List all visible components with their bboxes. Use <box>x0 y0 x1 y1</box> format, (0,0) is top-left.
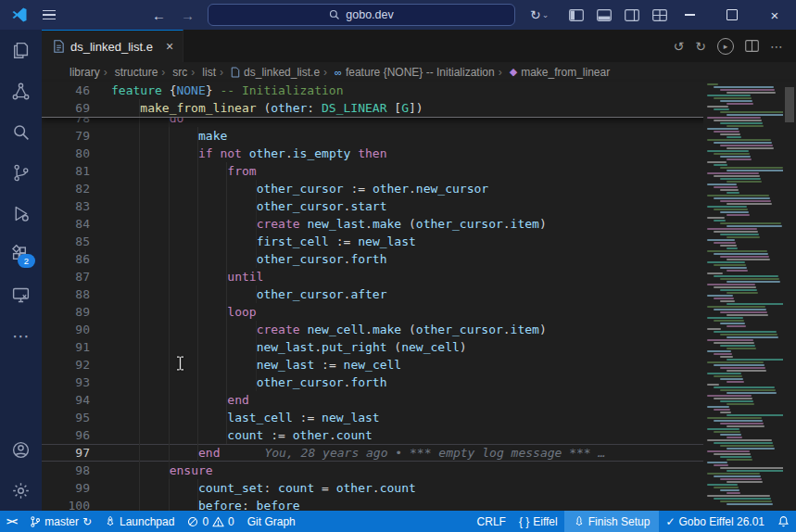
minimap-line <box>720 445 774 447</box>
code-line[interactable]: 87until <box>42 268 796 285</box>
close-tab-icon[interactable]: × <box>166 39 173 54</box>
finish-setup-button[interactable]: Finish Setup <box>564 511 660 532</box>
close-button[interactable]: × <box>753 0 796 30</box>
line-number: 69 <box>42 99 111 117</box>
code-line[interactable]: 86other_cursor.forth <box>42 250 796 268</box>
minimap-line <box>707 284 755 285</box>
minimap-line <box>720 456 752 458</box>
toggle-primary-sidebar-icon[interactable] <box>569 9 584 21</box>
code-line[interactable]: 100before: before <box>42 497 796 511</box>
scrollbar-thumb[interactable] <box>785 87 794 122</box>
problems-status[interactable]: 0 0 <box>181 511 240 532</box>
gobo-eiffel-status[interactable]: ✓ Gobo Eiffel 26.01 <box>659 511 771 532</box>
minimap-line <box>720 334 777 336</box>
session-sync-icon[interactable]: ↻⌄ <box>530 7 549 22</box>
branch-status[interactable]: master ↻ <box>23 511 98 532</box>
navigate-forward-icon[interactable]: ↻ <box>695 39 706 54</box>
code-line[interactable]: 99count_set: count = other.count <box>42 479 796 497</box>
code-line[interactable]: 84create new_last.make (other_cursor.ite… <box>42 215 796 233</box>
minimap-line <box>707 117 761 119</box>
code-line[interactable]: 92new_last := new_cell <box>42 356 796 374</box>
customize-layout-icon[interactable] <box>652 9 667 21</box>
code-editor[interactable]: 78do79make80if not other.is_empty then81… <box>42 118 796 511</box>
code-line[interactable]: 90create new_cell.make (other_cursor.ite… <box>42 321 796 338</box>
sticky-line[interactable]: 46feature {NONE} -- Initialization <box>42 82 796 99</box>
launchpad-status[interactable]: Launchpad <box>98 511 181 532</box>
command-center-search[interactable]: gobo.dev <box>208 4 515 26</box>
vertical-scrollbar[interactable] <box>783 82 796 511</box>
minimap-line <box>714 108 729 110</box>
minimap-line <box>720 389 776 391</box>
minimap-line <box>714 475 761 477</box>
code-line[interactable]: 80if not other.is_empty then <box>42 145 796 162</box>
minimap-line <box>727 236 760 238</box>
more-actions-icon[interactable]: ⋯ <box>770 39 783 54</box>
language-indicator[interactable]: { } Eiffel <box>512 511 564 532</box>
minimap-line <box>720 345 755 347</box>
minimap-line <box>727 292 758 294</box>
file-icon <box>231 67 240 78</box>
code-line[interactable]: 88other_cursor.after <box>42 285 796 303</box>
minimap-line <box>727 425 764 427</box>
menu-icon[interactable] <box>43 10 56 20</box>
eol-indicator[interactable]: CRLF <box>471 511 512 532</box>
code-line[interactable]: 91new_last.put_right (new_cell) <box>42 338 796 356</box>
breadcrumb-library[interactable]: library <box>69 66 100 79</box>
code-line[interactable]: 96count := other.count <box>42 426 796 444</box>
minimap-line <box>720 323 745 324</box>
code-line[interactable]: 79make <box>42 127 796 145</box>
code-line[interactable]: 83other_cursor.start <box>42 197 796 215</box>
source-control-icon[interactable] <box>0 152 42 193</box>
explorer-icon[interactable] <box>0 30 42 70</box>
code-line[interactable]: 93other_cursor.forth <box>42 374 796 391</box>
code-line[interactable]: 89loop <box>42 303 796 321</box>
remote-explorer-icon[interactable] <box>0 274 42 315</box>
sticky-line[interactable]: 69make_from_linear (other: DS_LINEAR [G]… <box>42 99 796 117</box>
sync-icon[interactable]: ↻ <box>82 516 92 527</box>
code-line[interactable]: 78do <box>42 118 796 127</box>
eiffel-file-icon <box>53 40 65 53</box>
forward-arrow-icon[interactable]: → <box>173 7 202 23</box>
breadcrumb-list[interactable]: list <box>191 66 216 79</box>
breadcrumb-structure[interactable]: structure <box>104 66 158 79</box>
minimap-line <box>714 231 758 233</box>
toggle-secondary-sidebar-icon[interactable] <box>625 9 639 21</box>
breadcrumb-make-from-linear[interactable]: ◆ make_from_linear <box>499 66 611 79</box>
settings-gear-icon[interactable] <box>0 470 42 511</box>
code-line[interactable]: 97endYou, 28 years ago • *** empty log m… <box>42 444 796 462</box>
notifications-bell[interactable] <box>771 511 796 532</box>
split-editor-icon[interactable] <box>745 40 759 52</box>
minimap-line <box>720 200 771 202</box>
tab-bar: ds_linked_list.e × ↺ ↻ ▸ ⋯ <box>42 30 796 62</box>
tab-ds-linked-list[interactable]: ds_linked_list.e × <box>42 30 183 62</box>
minimap-line <box>727 492 740 494</box>
navigate-back-icon[interactable]: ↺ <box>674 39 685 54</box>
breadcrumb-feature[interactable]: ∞ feature {NONE} -- Initialization <box>323 66 495 79</box>
minimap-line <box>727 281 780 283</box>
extensions-icon[interactable]: 2 <box>0 234 42 274</box>
code-line[interactable]: 81from <box>42 162 796 180</box>
back-arrow-icon[interactable]: ← <box>145 7 173 23</box>
run-debug-icon[interactable] <box>0 193 42 234</box>
more-views-icon[interactable]: ⋯ <box>0 315 42 356</box>
account-icon[interactable] <box>0 429 42 470</box>
code-line[interactable]: 94end <box>42 391 796 409</box>
remote-indicator[interactable]: >< <box>0 511 23 532</box>
minimap-line <box>727 259 770 260</box>
minimize-button[interactable] <box>668 0 711 30</box>
code-line[interactable]: 85first_cell := new_last <box>42 233 796 250</box>
breadcrumb-src[interactable]: src <box>161 66 187 79</box>
minimap[interactable] <box>703 82 783 511</box>
maximize-button[interactable] <box>711 0 753 30</box>
code-line[interactable]: 95last_cell := new_last <box>42 409 796 426</box>
minimap-line <box>720 167 783 169</box>
run-file-icon[interactable]: ▸ <box>717 38 734 55</box>
toggle-panel-icon[interactable] <box>597 9 612 21</box>
breadcrumb-file[interactable]: ds_linked_list.e <box>220 66 320 79</box>
search-icon[interactable] <box>0 111 42 152</box>
code-line[interactable]: 98ensure <box>42 462 796 479</box>
hierarchy-icon[interactable] <box>0 70 42 111</box>
code-line[interactable]: 82other_cursor := other.new_cursor <box>42 180 796 197</box>
git-graph-status[interactable]: Git Graph <box>241 511 302 532</box>
minimap-line <box>714 164 727 166</box>
